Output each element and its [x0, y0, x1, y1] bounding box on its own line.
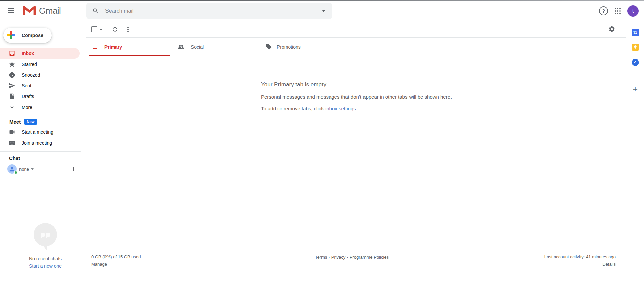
programme-policies-link[interactable]: Programme Policies: [350, 255, 389, 260]
inbox-settings-link[interactable]: inbox settings: [325, 106, 356, 111]
no-recent-chats-text: No recent chats: [0, 256, 91, 261]
sidebar-item-label: Drafts: [22, 94, 34, 99]
calendar-day-label: 31: [633, 31, 637, 34]
footer-legal: Terms·Privacy·Programme Policies: [86, 255, 618, 260]
last-activity-text: Last account activity: 41 minutes ago: [544, 254, 616, 260]
calendar-icon[interactable]: 31: [632, 29, 639, 36]
grid-9-dots-icon: [615, 8, 621, 14]
refresh-icon[interactable]: [112, 26, 118, 33]
sidebar-item-label: Sent: [22, 83, 31, 88]
question-icon: ?: [602, 8, 605, 14]
more-actions-icon[interactable]: [126, 26, 130, 33]
meet-item-label: Start a meeting: [22, 129, 53, 135]
tab-label: Primary: [104, 44, 122, 50]
meet-title: Meet: [9, 119, 21, 125]
compose-button[interactable]: Compose: [3, 28, 52, 43]
gmail-logo[interactable]: Gmail: [22, 4, 61, 17]
folder-nav: Inbox Starred Snoozed Sent: [0, 48, 86, 113]
sidebar-item-sent[interactable]: Sent: [0, 80, 86, 91]
tab-label: Promotions: [277, 44, 301, 50]
presence-dot: [14, 171, 18, 174]
sidebar-item-label: Starred: [22, 62, 37, 67]
sidebar-item-snoozed[interactable]: Snoozed: [0, 70, 86, 80]
account-activity: Last account activity: 41 minutes ago De…: [544, 254, 616, 267]
star-icon: [9, 61, 15, 68]
people-icon: [178, 44, 184, 50]
search-input[interactable]: [105, 8, 322, 14]
keep-lightbulb-icon[interactable]: [632, 44, 639, 51]
tasks-check-icon[interactable]: ✓: [632, 59, 639, 66]
select-options-caret-icon[interactable]: [100, 29, 102, 30]
support-button[interactable]: ?: [599, 6, 608, 15]
sidebar: Compose Inbox Starred Snoozed: [0, 21, 86, 282]
tab-promotions[interactable]: Promotions: [250, 38, 331, 56]
avatar-letter: t: [632, 8, 634, 14]
separator: ·: [328, 255, 330, 260]
sidebar-item-label: Snoozed: [22, 72, 40, 78]
gmail-window: Gmail ? t Compose: [0, 0, 644, 282]
gmail-m-icon: [22, 5, 36, 16]
sidebar-divider: [0, 113, 81, 113]
keyboard-icon: [9, 139, 15, 146]
inbox-tabs: Primary Social Promotions: [86, 38, 626, 56]
quote-bubble-icon: [34, 223, 57, 246]
chevron-down-icon: [9, 104, 15, 111]
clock-icon: [9, 72, 15, 78]
sidebar-item-starred[interactable]: Starred: [0, 59, 86, 70]
sidebar-divider: [8, 178, 81, 178]
compose-label: Compose: [22, 33, 43, 38]
join-meeting-item[interactable]: Join a meeting: [0, 137, 86, 148]
empty-state-cta: To add or remove tabs, click inbox setti…: [261, 106, 452, 111]
select-all-checkbox[interactable]: [91, 26, 97, 32]
start-new-chat-link[interactable]: Start a new one: [0, 263, 91, 269]
meet-item-label: Join a meeting: [22, 140, 52, 146]
tab-social[interactable]: Social: [169, 38, 250, 56]
video-camera-icon: [9, 129, 15, 135]
main-menu-icon[interactable]: [8, 6, 15, 15]
main-content: Primary Social Promotions Your Primary t…: [86, 21, 626, 282]
addons-side-panel: 31 ✓ +: [626, 21, 644, 282]
sidebar-divider: [0, 151, 81, 152]
multicolor-plus-icon: [7, 31, 15, 39]
account-avatar[interactable]: t: [627, 5, 639, 17]
new-chat-button[interactable]: +: [71, 164, 76, 174]
cta-suffix: .: [356, 106, 357, 111]
paper-plane-icon: [9, 82, 15, 89]
google-apps-button[interactable]: [615, 8, 621, 15]
quote-bubble-tail: [43, 245, 47, 251]
settings-gear-icon[interactable]: [608, 26, 615, 33]
active-tab-underline: [89, 55, 170, 56]
manage-storage-link[interactable]: Manage: [91, 261, 141, 267]
meet-section: Start a meeting Join a meeting: [0, 127, 86, 148]
header: Gmail ? t: [0, 1, 644, 21]
tag-icon: [266, 44, 272, 50]
chat-contact-name: none: [19, 167, 29, 172]
sidebar-item-label: More: [22, 105, 32, 110]
chat-contact-row[interactable]: none +: [0, 164, 81, 174]
start-meeting-item[interactable]: Start a meeting: [0, 127, 86, 137]
app-name: Gmail: [39, 6, 61, 16]
meet-section-header: Meet New: [9, 118, 37, 125]
get-addons-button[interactable]: +: [633, 84, 638, 94]
sidebar-item-drafts[interactable]: Drafts: [0, 91, 86, 102]
terms-link[interactable]: Terms: [315, 255, 327, 260]
toolbar: [86, 21, 626, 38]
empty-state: Your Primary tab is empty. Personal mess…: [261, 81, 452, 117]
chat-contact-avatar: [7, 164, 17, 174]
chat-section-title: Chat: [9, 155, 20, 161]
cta-prefix: To add or remove tabs, click: [261, 106, 325, 111]
tab-primary[interactable]: Primary: [87, 38, 169, 56]
inbox-icon: [92, 44, 98, 50]
tab-label: Social: [191, 44, 204, 50]
empty-state-body: Personal messages and messages that don'…: [261, 94, 452, 100]
search-options-caret-icon[interactable]: [322, 10, 325, 12]
activity-details-link[interactable]: Details: [544, 261, 616, 267]
empty-state-title: Your Primary tab is empty.: [261, 81, 452, 88]
panel-divider: [631, 77, 639, 77]
lightbulb-glyph: [633, 45, 637, 49]
sidebar-item-more[interactable]: More: [0, 102, 86, 113]
search-bar[interactable]: [86, 3, 332, 19]
privacy-link[interactable]: Privacy: [331, 255, 346, 260]
search-icon[interactable]: [92, 8, 99, 14]
sidebar-item-inbox[interactable]: Inbox: [0, 48, 80, 59]
